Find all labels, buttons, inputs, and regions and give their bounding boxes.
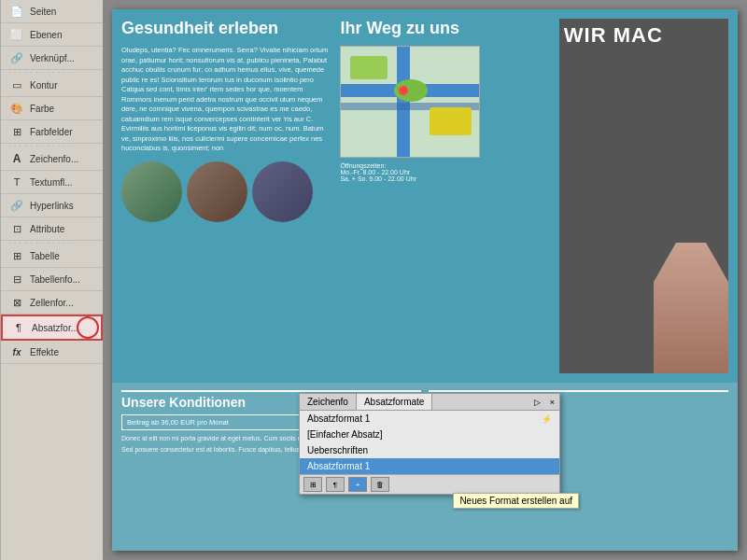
color-icon: 🎨 [8, 102, 25, 115]
directions-heading: Ihr Weg zu uns [340, 19, 551, 38]
map-svg [341, 47, 480, 158]
cellformat-icon: ⊠ [8, 296, 25, 309]
tableformat-icon: ⊟ [8, 273, 25, 286]
brochure-top: Gesundheit erleben Oludeps, utentia? Fec… [112, 9, 738, 383]
hyperlinks-icon: 🔗 [8, 199, 25, 212]
circle-image-2 [187, 161, 247, 222]
sidebar-item-absatzfor[interactable]: ¶ Absatzfor... [1, 315, 103, 341]
sidebar-item-ebenen[interactable]: ⬜ Ebenen [1, 23, 103, 47]
sidebar-item-hyperlinks[interactable]: 🔗 Hyperlinks [1, 194, 103, 217]
circle-inner-1 [121, 161, 182, 222]
hours-weekend: Sa. + So. 9.00 - 22.00 Uhr [340, 175, 416, 182]
map-image [340, 46, 480, 158]
textwrap-icon: T [8, 175, 25, 189]
opening-label: Öffnungszeiten: [340, 162, 386, 169]
panel-body: Absatzformat 1 ⚡ [Einfacher Absatz] Uebe… [300, 411, 559, 474]
svg-rect-5 [350, 56, 388, 79]
svg-rect-6 [430, 107, 472, 135]
panel-menu-btn[interactable]: ▷ [529, 396, 545, 409]
sidebar-item-farbe[interactable]: 🎨 Farbe [1, 97, 103, 120]
sidebar-label-farbe: Farbe [30, 104, 95, 114]
panel-tab-zeichenfo[interactable]: Zeichenfo [300, 394, 357, 410]
attribute-icon: ⊡ [8, 222, 25, 235]
canvas-area: Gesundheit erleben Oludeps, utentia? Fec… [103, 0, 747, 560]
sidebar-label-absatzfor: Absatzfor... [32, 323, 93, 333]
panel-close-btn[interactable]: × [545, 396, 559, 409]
pages-icon: 📄 [8, 5, 25, 18]
sidebar-item-zeichenfo[interactable]: A Zeichenfo... [1, 147, 103, 171]
lightning-icon: ⚡ [542, 414, 552, 424]
svg-rect-2 [397, 47, 410, 158]
circle-inner-3 [252, 161, 313, 222]
absatz-panel: Zeichenfo Absatzformate ▷ × Absatzformat… [299, 393, 560, 495]
effects-icon: fx [8, 345, 25, 358]
right-sidebar: 📄 Seiten ⬜ Ebenen 🔗 Verknüpf... ▭ Kontur… [0, 0, 103, 560]
sidebar-label-attribute: Attribute [30, 224, 95, 234]
panel-tab-absatzformate[interactable]: Absatzformate [357, 394, 432, 410]
col-directions: Ihr Weg zu uns [340, 19, 551, 373]
sidebar-label-ebenen: Ebenen [30, 30, 95, 40]
links-icon: 🔗 [8, 51, 25, 64]
sidebar-label-verknuepf: Verknüpf... [30, 53, 95, 63]
panel-item-absatzformat1-top[interactable]: Absatzformat 1 ⚡ [300, 411, 559, 427]
swatches-icon: ⊞ [8, 125, 25, 138]
sidebar-item-zellenfor[interactable]: ⊠ Zellenfor... [1, 291, 103, 315]
panel-item-einfacher-absatz[interactable]: [Einfacher Absatz] [300, 427, 559, 442]
panel-controls: ▷ × [529, 396, 559, 409]
footer-btn-2[interactable]: ¶ [326, 477, 345, 492]
paraformat-icon: ¶ [10, 321, 27, 334]
sidebar-item-verknuepf[interactable]: 🔗 Verknüpf... [1, 47, 103, 70]
col-promo: WIR MAC [559, 19, 728, 373]
sidebar-item-effekte[interactable]: fx Effekte [1, 341, 103, 364]
promo-heading: WIR MAC [564, 23, 663, 48]
sidebar-label-textumfl: Textumfl... [30, 177, 95, 188]
circle-images [121, 161, 332, 222]
svg-point-7 [399, 86, 408, 95]
person-image [654, 243, 728, 373]
sidebar-label-kontur: Kontur [30, 80, 95, 91]
sidebar-item-farbfelder[interactable]: ⊞ Farbfelder [1, 120, 103, 144]
panel-item-absatzformat1-main[interactable]: Absatzformat 1 [300, 458, 559, 474]
table-icon: ⊞ [8, 249, 25, 262]
sidebar-label-tabelle: Tabelle [30, 251, 95, 261]
panel-footer: ⊞ ¶ + 🗑 [300, 474, 559, 494]
sidebar-label-hyperlinks: Hyperlinks [30, 201, 95, 211]
health-heading: Gesundheit erleben [121, 19, 332, 38]
health-text: Oludeps, utentia? Fec omnerumeris. Serra… [121, 46, 332, 154]
sidebar-label-zeichenfo: Zeichenfo... [30, 154, 95, 164]
footer-btn-1[interactable]: ⊞ [303, 477, 322, 492]
opening-hours: Öffnungszeiten: Mo.-Fr. 8.00 - 22.00 Uhr… [340, 162, 551, 182]
sidebar-item-textumfl[interactable]: T Textumfl... [1, 171, 103, 194]
hours-weekday: Mo.-Fr. 8.00 - 22.00 Uhr [340, 169, 410, 175]
layers-icon: ⬜ [8, 28, 25, 41]
sidebar-label-seiten: Seiten [30, 7, 95, 17]
sidebar-label-farbfelder: Farbfelder [30, 127, 95, 137]
tooltip-new-format: Neues Format erstellen auf [453, 493, 579, 509]
sidebar-item-attribute[interactable]: ⊡ Attribute [1, 217, 103, 241]
sidebar-label-effekte: Effekte [30, 347, 95, 357]
circle-inner-2 [187, 161, 247, 222]
circle-image-1 [121, 161, 182, 222]
stroke-icon: ▭ [8, 78, 25, 91]
footer-btn-delete[interactable]: 🗑 [371, 477, 389, 492]
sidebar-item-tabelle[interactable]: ⊞ Tabelle [1, 245, 103, 268]
sidebar-item-kontur[interactable]: ▭ Kontur [1, 74, 103, 97]
panel-item-ueberschriften[interactable]: Ueberschriften [300, 442, 559, 458]
footer-btn-new-format[interactable]: + [348, 477, 367, 492]
panel-header: Zeichenfo Absatzformate ▷ × [300, 394, 559, 411]
circle-image-3 [252, 161, 313, 222]
sidebar-item-seiten[interactable]: 📄 Seiten [1, 0, 103, 23]
sidebar-label-tabellenfo: Tabellenfo... [30, 274, 95, 285]
col-health: Gesundheit erleben Oludeps, utentia? Fec… [121, 19, 332, 373]
charformat-icon: A [8, 152, 25, 165]
sidebar-item-tabellenfo[interactable]: ⊟ Tabellenfo... [1, 268, 103, 291]
sidebar-label-zellenfor: Zellenfor... [30, 298, 95, 308]
